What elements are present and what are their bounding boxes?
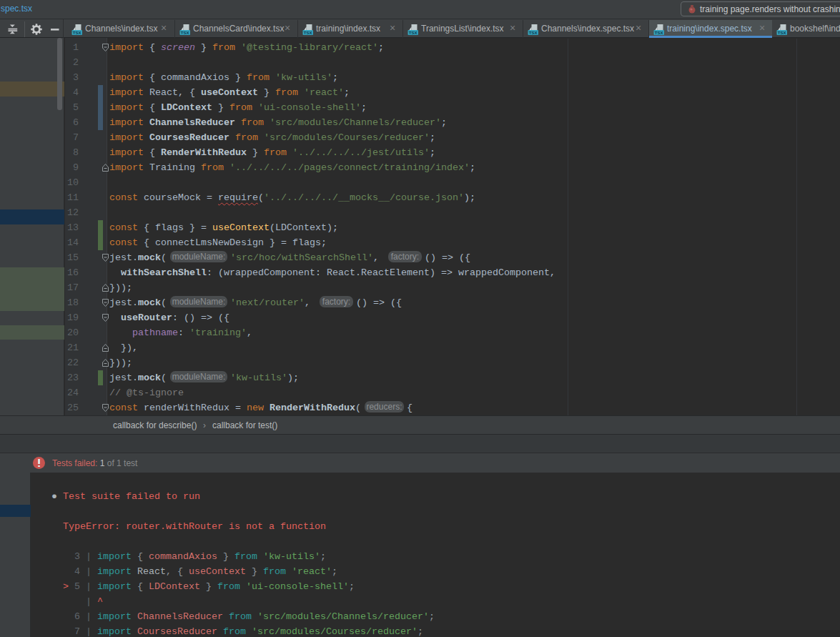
svg-text:TSX: TSX [655,31,663,35]
svg-text:TSX: TSX [181,31,189,35]
svg-text:TSX: TSX [409,31,417,35]
svg-text:TSX: TSX [73,31,81,35]
svg-text:TSX: TSX [304,31,312,35]
svg-text:TSX: TSX [529,31,538,35]
svg-text:TSX: TSX [778,31,786,35]
